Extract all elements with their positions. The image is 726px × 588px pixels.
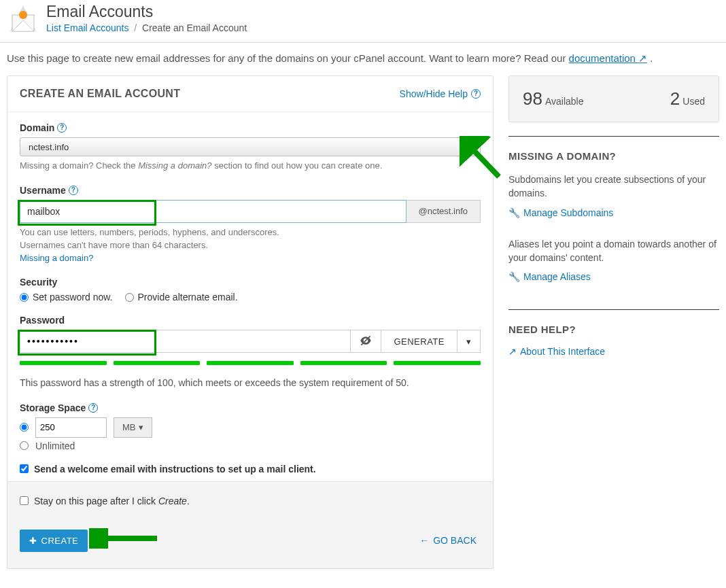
- send-welcome-checkbox[interactable]: Send a welcome email with instructions t…: [20, 464, 481, 474]
- arrow-left-icon: ←: [419, 535, 429, 546]
- about-interface-link[interactable]: ↗ About This Interface: [508, 346, 605, 357]
- eye-off-icon: [359, 334, 373, 349]
- need-help-heading: NEED HELP?: [508, 324, 719, 335]
- annotation-arrow: [89, 528, 164, 549]
- email-envelope-icon: [7, 3, 39, 35]
- stats-box: 98Available 2Used: [508, 75, 719, 122]
- storage-label: Storage Space ?: [20, 402, 481, 413]
- create-button[interactable]: ✚ CREATE: [20, 530, 88, 552]
- storage-unlimited-option[interactable]: Unlimited: [20, 440, 481, 451]
- available-count: 98: [523, 88, 542, 109]
- help-icon[interactable]: ?: [88, 403, 98, 413]
- page-title: Email Accounts: [46, 3, 247, 21]
- panel-title: CREATE AN EMAIL ACCOUNT: [20, 88, 180, 100]
- storage-amount-input[interactable]: [35, 417, 107, 438]
- storage-fixed-option[interactable]: MB▾: [20, 417, 481, 438]
- missing-domain-heading: MISSING A DOMAIN?: [508, 150, 719, 162]
- breadcrumb-link-list[interactable]: List Email Accounts: [46, 22, 128, 33]
- username-label: Username ?: [20, 185, 481, 196]
- external-link-icon: ↗: [508, 346, 517, 357]
- external-link-icon: ↗: [638, 52, 647, 64]
- domain-label: Domain ?: [20, 122, 481, 133]
- wrench-icon: 🔧: [508, 271, 520, 282]
- stay-on-page-checkbox[interactable]: Stay on this page after I click Create.: [20, 496, 481, 506]
- username-hint: You can use letters, numbers, periods, h…: [20, 226, 481, 265]
- help-icon[interactable]: ?: [57, 123, 67, 133]
- toggle-password-visibility-button[interactable]: [351, 330, 381, 353]
- manage-subdomains-link[interactable]: 🔧 Manage Subdomains: [508, 207, 613, 218]
- missing-domain-link[interactable]: Missing a domain?: [20, 253, 93, 263]
- used-count: 2: [670, 88, 680, 109]
- domain-select[interactable]: nctest.info: [20, 137, 481, 156]
- subdomains-description: Subdomains let you create subsections of…: [508, 173, 719, 201]
- storage-unit-select[interactable]: MB▾: [114, 417, 152, 438]
- manage-aliases-link[interactable]: 🔧 Manage Aliases: [508, 271, 591, 282]
- intro-text: Use this page to create new email addres…: [0, 52, 726, 75]
- caret-down-icon: ▾: [139, 422, 143, 432]
- username-domain-addon: @nctest.info: [407, 200, 481, 223]
- breadcrumb: List Email Accounts / Create an Email Ac…: [46, 22, 247, 33]
- aliases-description: Aliases let you point a domain towards a…: [508, 237, 719, 265]
- password-strength-bar: [20, 361, 481, 365]
- show-hide-help-link[interactable]: Show/Hide Help ?: [400, 88, 481, 99]
- plus-icon: ✚: [29, 536, 37, 546]
- security-label: Security: [20, 277, 481, 288]
- password-strength-text: This password has a strength of 100, whi…: [20, 376, 481, 390]
- security-set-now-option[interactable]: Set password now.: [20, 292, 113, 302]
- wrench-icon: 🔧: [508, 207, 520, 218]
- generate-password-button[interactable]: GENERATE: [381, 330, 457, 353]
- caret-down-icon: ▾: [466, 336, 471, 347]
- password-label: Password: [20, 315, 481, 326]
- username-input[interactable]: [20, 200, 407, 223]
- help-icon: ?: [471, 89, 481, 99]
- password-input[interactable]: [20, 330, 351, 353]
- generate-options-button[interactable]: ▾: [457, 330, 481, 353]
- documentation-link[interactable]: documentation ↗: [569, 52, 648, 64]
- breadcrumb-current: Create an Email Account: [142, 22, 247, 33]
- help-icon[interactable]: ?: [69, 186, 78, 195]
- security-alt-email-option[interactable]: Provide alternate email.: [125, 292, 238, 302]
- go-back-button[interactable]: ← GO BACK: [415, 534, 481, 547]
- domain-hint: Missing a domain? Check the Missing a do…: [20, 160, 481, 173]
